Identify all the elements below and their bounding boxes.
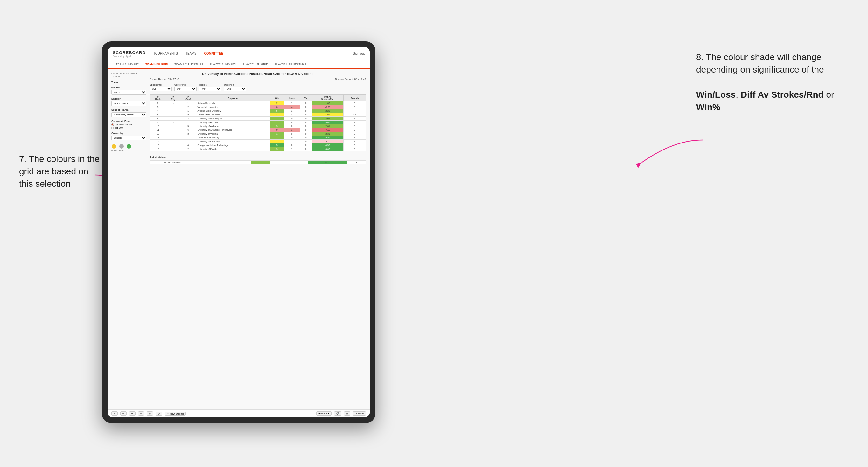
radio-top100[interactable]: Top 100 xyxy=(111,127,146,129)
subnav-player-h2h-grid[interactable]: PLAYER H2H GRID xyxy=(239,60,271,68)
filter-conf-select[interactable]: (All) xyxy=(174,87,197,91)
subnav-player-summary[interactable]: PLAYER SUMMARY xyxy=(207,60,239,68)
annotation-right-text: 8. The colour shade will change dependin… xyxy=(696,52,824,74)
cell-tie: 0 xyxy=(300,132,312,136)
nav-tournaments[interactable]: TOURNAMENTS xyxy=(152,51,179,56)
filter-row: Opponents: (All) Conference (All) Region… xyxy=(150,84,366,91)
cell-conf: 1 xyxy=(180,136,196,139)
toolbar-comment[interactable]: 💬 xyxy=(334,411,341,416)
subnav-player-h2h-heatmap[interactable]: PLAYER H2H HEATMAP xyxy=(271,60,310,68)
subnav-team-summary[interactable]: TEAM SUMMARY xyxy=(113,60,142,68)
cell-diff: 1.83 xyxy=(312,113,344,117)
table-row: 10 5 University of Alabama 3 0 0 2.61 8 xyxy=(150,124,366,128)
cell-diff: 5.56 xyxy=(312,136,344,139)
toolbar-copy[interactable]: ⧉ xyxy=(138,411,144,416)
cell-rank: 12 xyxy=(150,132,166,136)
cell-tie: 0 xyxy=(300,101,312,105)
toolbar-step[interactable]: ⟳ xyxy=(129,411,135,416)
col-opponent: Opponent xyxy=(196,95,270,101)
cell-win: 2 xyxy=(270,139,284,144)
cell-conf: 1 xyxy=(180,101,196,105)
table-row: 14 1 University of Oklahoma 2 1 0 -1.00 … xyxy=(150,139,366,144)
school-label: School (Rank) xyxy=(111,108,146,111)
cell-reg: - xyxy=(166,109,180,113)
cell-loss: 0 xyxy=(284,136,300,139)
filter-region-select[interactable]: (All) xyxy=(199,87,221,91)
cell-conf: 6 xyxy=(180,128,196,132)
cell-tie: 0 xyxy=(300,109,312,113)
colour-by-select[interactable]: Win/loss xyxy=(111,135,146,140)
filter-opp-label: Opponent xyxy=(224,84,246,86)
table-row: 3 2 Vanderbilt University 0 4 0 -2.29 8 xyxy=(150,105,366,109)
ood-diff: 26.00 xyxy=(308,161,347,164)
cell-rounds: 8 xyxy=(344,124,366,128)
logo-text: SCOREBOARD xyxy=(113,50,146,55)
col-win: Win xyxy=(270,95,284,101)
data-table: #Rank #Reg #Conf Opponent Win Loss Tie D… xyxy=(150,94,366,151)
school-section: School (Rank) 1. University of Nort... xyxy=(111,108,146,117)
cell-diff: 2.33 xyxy=(312,132,344,136)
nav-committee[interactable]: COMMITTEE xyxy=(203,51,224,56)
toolbar-view[interactable]: 👁 View: Original xyxy=(165,412,186,416)
cell-rounds: 9 xyxy=(344,147,366,151)
cell-rounds: 9 xyxy=(344,101,366,105)
cell-conf: 1 xyxy=(180,109,196,113)
table-row: 12 3 University of Virginia 1 0 0 2.33 3 xyxy=(150,132,366,136)
table-row: 4 - 1 Arizona State University 5 1 0 2.2… xyxy=(150,109,366,113)
subnav-team-h2h-grid[interactable]: TEAM H2H GRID xyxy=(142,60,171,69)
division-record: Division Record: 88 - 17 - 0 xyxy=(335,77,366,81)
cell-rounds: 2 xyxy=(344,121,366,124)
filter-opp-select[interactable]: (All) xyxy=(224,87,246,91)
toolbar-redo[interactable]: ↪ xyxy=(120,411,127,416)
toolbar-undo[interactable]: ↩ xyxy=(111,411,118,416)
cell-reg xyxy=(166,128,180,132)
cell-tie: 0 xyxy=(300,128,312,132)
cell-tie: 0 xyxy=(300,121,312,124)
cell-conf: 2 xyxy=(180,113,196,117)
cell-rank: 4 xyxy=(150,109,166,113)
col-rank: #Rank xyxy=(150,95,166,101)
toolbar-share[interactable]: ↗ Share xyxy=(353,411,366,416)
cell-loss: 0 xyxy=(284,124,300,128)
col-tie: Tie xyxy=(300,95,312,101)
toolbar-present[interactable]: ⊞ xyxy=(344,411,350,416)
col-reg: #Reg xyxy=(166,95,180,101)
cell-loss: 1 xyxy=(284,109,300,113)
filter-opponents-label: Opponents: xyxy=(150,84,172,86)
gender-select[interactable]: Men's xyxy=(111,90,146,95)
cell-rank: 13 xyxy=(150,136,166,139)
cell-rank: 3 xyxy=(150,105,166,109)
annotation-right: 8. The colour shade will change dependin… xyxy=(696,51,849,113)
cell-rank: 16 xyxy=(150,147,166,151)
nav-teams[interactable]: TEAMS xyxy=(184,51,197,56)
col-rounds: Rounds xyxy=(344,95,366,101)
cell-conf: 2 xyxy=(180,117,196,121)
filter-opponents-select[interactable]: (All) xyxy=(150,87,172,91)
cell-diff: 6.67 xyxy=(312,147,344,151)
sign-out[interactable]: Sign out xyxy=(349,52,365,55)
cell-rank: 11 xyxy=(150,128,166,132)
annotation-bold2: Diff Av Strokes/Rnd xyxy=(741,90,824,100)
toolbar-watch[interactable]: 👁 Watch ▾ xyxy=(316,411,332,416)
cell-rounds: 9 xyxy=(344,139,366,144)
division-select[interactable]: NCAA Division I xyxy=(111,101,146,106)
table-header-row: #Rank #Reg #Conf Opponent Win Loss Tie D… xyxy=(150,95,366,101)
ood-win: 1 xyxy=(251,161,270,164)
grid-subtitle: Overall Record: 89 - 17 - 0 Division Rec… xyxy=(150,77,366,81)
school-select[interactable]: 1. University of Nort... xyxy=(111,112,146,117)
cell-win: 1 xyxy=(270,132,284,136)
filter-opponents: Opponents: (All) xyxy=(150,84,172,91)
cell-loss: 1 xyxy=(284,128,300,132)
cell-loss: 0 xyxy=(284,121,300,124)
share-label: Share xyxy=(358,412,364,414)
cell-opponent: Vanderbilt University xyxy=(196,105,270,109)
filter-opponent: Opponent (All) xyxy=(224,84,246,91)
toolbar-clock[interactable]: ⏱ xyxy=(156,412,162,416)
cell-diff: -1.00 xyxy=(312,139,344,144)
radio-opponents-played[interactable]: Opponents Played xyxy=(111,123,146,126)
toolbar-grid[interactable]: ⊞ xyxy=(147,411,153,416)
cell-tie: 0 xyxy=(300,105,312,109)
cell-rank: 9 xyxy=(150,121,166,124)
subnav-team-h2h-heatmap[interactable]: TEAM H2H HEATMAP xyxy=(171,60,207,68)
legend-label-level: Level xyxy=(119,149,124,151)
